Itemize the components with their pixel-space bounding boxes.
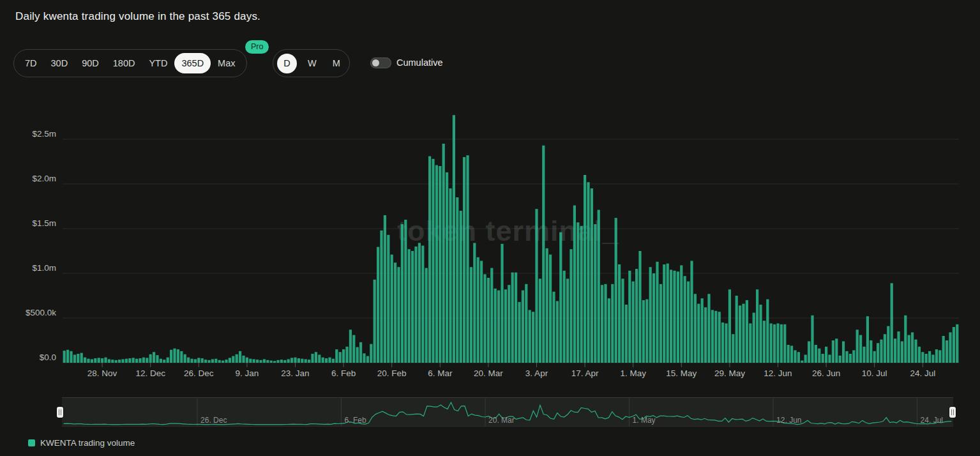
volume-bar[interactable] [894,338,896,363]
volume-bar[interactable] [497,291,500,363]
volume-bar[interactable] [587,182,589,363]
volume-bar[interactable] [439,166,441,363]
volume-bar[interactable] [305,359,307,363]
volume-bar[interactable] [908,335,910,363]
volume-bar[interactable] [232,356,234,363]
volume-bar[interactable] [839,356,841,363]
volume-bar[interactable] [345,347,348,363]
volume-bar[interactable] [928,351,931,363]
volume-bar[interactable] [856,330,859,363]
volume-bar[interactable] [84,358,86,363]
volume-bar[interactable] [632,282,635,363]
volume-bar[interactable] [207,360,210,363]
volume-bar[interactable] [697,304,700,363]
volume-bar[interactable] [391,255,393,363]
volume-bar[interactable] [298,358,300,363]
range-option-30d[interactable]: 30D [44,53,75,74]
volume-bar[interactable] [335,349,338,363]
volume-bar[interactable] [70,351,72,363]
volume-bar[interactable] [804,354,807,363]
volume-bar[interactable] [515,273,517,363]
volume-bar[interactable] [66,350,69,363]
range-option-max[interactable]: Max [211,53,242,74]
volume-bar[interactable] [356,347,359,363]
volume-bar[interactable] [201,358,204,363]
volume-bar[interactable] [273,361,276,363]
volume-bar[interactable] [756,289,758,363]
volume-bar[interactable] [328,358,331,363]
volume-bar[interactable] [363,353,365,363]
volume-bar[interactable] [701,298,704,363]
volume-bar[interactable] [577,222,579,363]
volume-bar[interactable] [432,159,434,363]
volume-bar[interactable] [942,336,945,363]
volume-bar[interactable] [218,360,221,363]
volume-bar[interactable] [270,361,273,363]
volume-bar[interactable] [111,360,114,363]
volume-bar[interactable] [504,289,507,363]
volume-bar[interactable] [753,313,755,363]
volume-bar[interactable] [559,232,562,363]
volume-bar[interactable] [456,197,458,363]
volume-bar[interactable] [604,284,607,363]
volume-bar[interactable] [663,264,665,363]
volume-bar[interactable] [135,359,138,363]
volume-bar[interactable] [660,284,662,363]
volume-bar[interactable] [477,257,479,363]
volume-bar[interactable] [911,332,914,363]
volume-bar[interactable] [811,315,813,363]
volume-bar[interactable] [87,359,89,363]
volume-bar[interactable] [939,350,941,363]
volume-bar[interactable] [870,340,872,363]
volume-bar[interactable] [763,321,765,363]
volume-bar[interactable] [594,224,596,363]
volume-bar[interactable] [229,358,231,363]
volume-bar[interactable] [780,324,783,363]
volume-bar[interactable] [132,358,135,363]
volume-bar[interactable] [673,271,675,363]
range-option-ytd[interactable]: YTD [142,53,174,74]
volume-bar[interactable] [749,323,751,363]
volume-bar[interactable] [204,360,207,363]
volume-bar[interactable] [598,210,600,363]
volume-bar[interactable] [884,334,886,363]
volume-bar[interactable] [366,356,369,363]
volume-bar[interactable] [569,249,572,363]
volume-bar[interactable] [728,289,731,363]
volume-bar[interactable] [425,268,428,363]
volume-bar[interactable] [735,296,738,363]
volume-bar[interactable] [573,206,576,363]
volume-bar[interactable] [428,156,431,363]
volume-bar[interactable] [494,289,497,363]
volume-bar[interactable] [956,324,958,363]
volume-bar[interactable] [384,215,386,363]
volume-bar[interactable] [487,278,490,363]
volume-bar[interactable] [180,351,183,363]
volume-bar[interactable] [108,359,110,363]
volume-bar[interactable] [373,280,376,363]
volume-bar[interactable] [146,358,148,363]
volume-bar[interactable] [935,349,938,363]
volume-bar[interactable] [914,340,917,363]
volume-bar[interactable] [621,278,624,363]
volume-bar[interactable] [901,341,903,363]
volume-bar[interactable] [404,220,407,363]
volume-bar[interactable] [480,261,483,363]
volume-bar[interactable] [652,273,655,363]
volume-bar[interactable] [887,326,889,363]
volume-bar[interactable] [535,209,538,363]
volume-bar[interactable] [766,300,769,363]
volume-bar[interactable] [411,251,414,363]
volume-bar[interactable] [787,345,790,363]
volume-bar[interactable] [276,360,279,363]
volume-bar[interactable] [377,247,379,363]
volume-bar[interactable] [215,359,217,363]
volume-bar[interactable] [408,249,411,363]
volume-bar[interactable] [139,358,141,363]
volume-bar[interactable] [249,359,252,363]
volume-bar[interactable] [759,305,762,363]
volume-bar[interactable] [197,358,200,363]
volume-bar[interactable] [463,157,465,363]
volume-bar[interactable] [645,300,648,363]
volume-bar[interactable] [591,188,593,363]
